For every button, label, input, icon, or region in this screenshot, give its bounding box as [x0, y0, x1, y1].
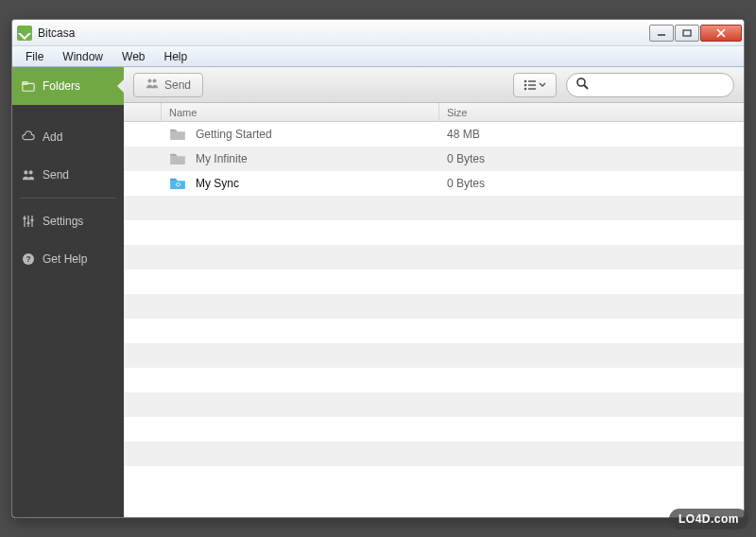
table-row[interactable]: My Sync0 Bytes	[124, 171, 744, 196]
cell-size: 0 Bytes	[439, 177, 744, 190]
svg-text:?: ?	[26, 254, 31, 264]
svg-rect-11	[24, 217, 26, 219]
table-row-empty	[124, 294, 744, 319]
svg-point-6	[24, 170, 27, 174]
table-row-empty	[124, 466, 744, 491]
sidebar-item-label: Folders	[43, 79, 80, 93]
table-row-empty	[124, 392, 744, 417]
svg-line-25	[584, 85, 588, 89]
table-row-empty	[124, 245, 744, 269]
sidebar-item-gethelp[interactable]: ? Get Help	[12, 240, 124, 278]
table-row-empty	[124, 417, 744, 442]
sidebar-item-folders[interactable]: Folders	[12, 67, 124, 105]
sidebar-item-label: Settings	[43, 215, 83, 228]
cell-name: My Infinite	[162, 151, 439, 167]
menu-window[interactable]: Window	[53, 47, 112, 66]
search-input[interactable]	[594, 78, 736, 92]
titlebar[interactable]: Bitcasa	[12, 20, 744, 46]
minimize-button[interactable]	[649, 25, 674, 42]
table-row-empty	[124, 368, 744, 392]
body: Folders Add Send Settings	[12, 67, 744, 517]
svg-point-17	[153, 78, 157, 82]
people-icon	[22, 168, 35, 182]
window-title: Bitcasa	[38, 26, 75, 40]
file-name: My Infinite	[196, 152, 248, 165]
folder-icon	[169, 127, 186, 143]
sidebar-item-label: Get Help	[43, 252, 87, 266]
sidebar-item-send[interactable]: Send	[12, 156, 124, 194]
watermark-badge: LO4D.com	[669, 509, 748, 529]
table-row-empty	[124, 196, 744, 220]
menu-file[interactable]: File	[16, 47, 53, 66]
file-name: My Sync	[196, 177, 239, 190]
table-row-empty	[124, 220, 744, 245]
svg-rect-12	[27, 222, 30, 224]
table-row-empty	[124, 442, 744, 466]
menu-web[interactable]: Web	[112, 47, 154, 66]
sidebar-item-label: Send	[43, 168, 69, 182]
table-header: Name Size	[124, 103, 744, 122]
cell-name: My Sync	[162, 176, 439, 192]
sync-folder-icon	[169, 176, 186, 192]
window-controls	[649, 25, 742, 42]
table-row[interactable]: My Infinite0 Bytes	[124, 147, 744, 171]
table-body: Getting Started48 MBMy Infinite0 BytesMy…	[124, 122, 744, 517]
svg-point-24	[577, 78, 585, 86]
maximize-button[interactable]	[675, 25, 699, 42]
svg-point-18	[524, 79, 527, 82]
list-view-icon	[524, 79, 546, 91]
sidebar-separator	[20, 198, 116, 199]
app-icon	[17, 26, 32, 41]
svg-rect-13	[31, 219, 34, 221]
menu-help[interactable]: Help	[155, 47, 198, 66]
chevron-down-icon	[539, 82, 546, 88]
cell-size: 0 Bytes	[439, 152, 744, 165]
svg-point-7	[29, 170, 33, 174]
menubar: File Window Web Help	[12, 46, 744, 67]
svg-rect-1	[683, 30, 691, 36]
svg-point-20	[524, 87, 527, 90]
sidebar-item-label: Add	[43, 130, 62, 144]
cloud-icon	[22, 130, 35, 144]
search-icon	[576, 77, 589, 94]
table-row[interactable]: Getting Started48 MB	[124, 122, 744, 147]
file-name: Getting Started	[196, 128, 272, 141]
toolbar: Send	[124, 67, 744, 103]
sidebar-item-settings[interactable]: Settings	[12, 202, 124, 240]
view-mode-button[interactable]	[513, 73, 557, 97]
search-box[interactable]	[566, 73, 734, 97]
folders-icon	[22, 79, 35, 93]
send-button[interactable]: Send	[133, 73, 203, 97]
sidebar: Folders Add Send Settings	[12, 67, 124, 517]
table-row-empty	[124, 343, 744, 368]
send-button-label: Send	[164, 78, 191, 92]
folder-icon	[169, 151, 186, 167]
sidebar-item-add[interactable]: Add	[12, 118, 124, 156]
table-row-empty	[124, 319, 744, 343]
content-pane: Send Name Si	[124, 67, 744, 517]
table-row-empty	[124, 269, 744, 294]
svg-point-16	[147, 78, 151, 82]
sliders-icon	[22, 215, 35, 228]
column-header-name[interactable]: Name	[162, 103, 439, 121]
people-icon	[146, 78, 159, 92]
help-icon: ?	[22, 252, 35, 266]
close-button[interactable]	[700, 25, 742, 42]
cell-size: 48 MB	[439, 128, 744, 141]
cell-name: Getting Started	[162, 127, 439, 143]
column-header-size[interactable]: Size	[439, 107, 744, 118]
app-window: Bitcasa File Window Web Help Folders	[11, 19, 745, 518]
svg-point-19	[524, 83, 527, 86]
